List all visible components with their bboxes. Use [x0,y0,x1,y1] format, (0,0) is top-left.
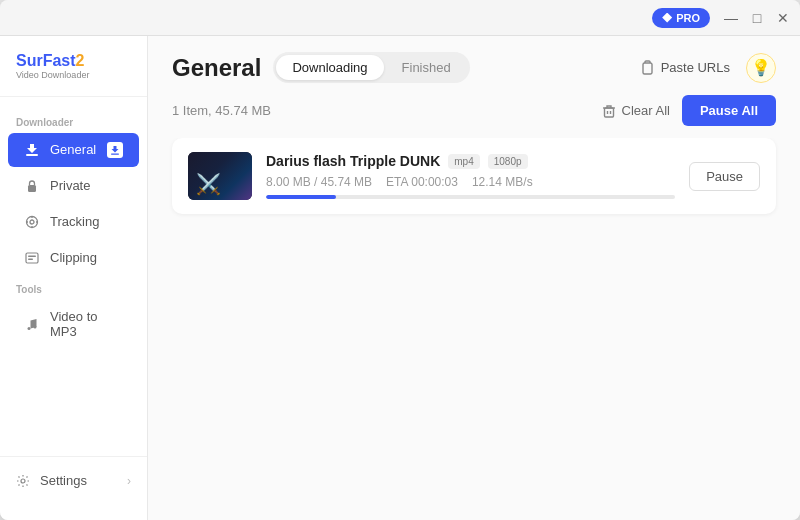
pro-label: PRO [676,12,700,24]
sidebar-item-tracking-label: Tracking [50,214,99,229]
sidebar-footer: Settings › [0,456,147,504]
clipping-icon [24,250,40,266]
downloader-section-label: Downloader [0,109,147,132]
sidebar-item-video-to-mp3[interactable]: Video to MP3 [8,300,139,348]
tab-group: Downloading Finished [273,52,469,83]
settings-item[interactable]: Settings › [8,465,139,496]
pause-all-button[interactable]: Pause All [682,95,776,126]
header-actions: Paste URLs 💡 [639,53,776,83]
speed: 12.14 MB/s [472,175,533,189]
maximize-button[interactable]: □ [748,9,766,27]
svg-point-3 [27,216,38,227]
tab-downloading[interactable]: Downloading [276,55,383,80]
download-count-badge [107,142,123,158]
title-bar: PRO — □ ✕ [0,0,800,36]
svg-point-4 [30,220,34,224]
svg-rect-2 [28,185,36,192]
download-list: ⚔️ Darius flash Tripple DUNK mp4 1080p 8… [148,138,800,520]
svg-rect-1 [111,153,119,154]
sidebar: SurFast2 Video Downloader Downloader Gen… [0,36,148,520]
download-icon [24,142,40,158]
svg-point-14 [21,479,25,483]
svg-rect-9 [26,253,38,263]
sidebar-item-general-label: General [50,142,96,157]
content-area: General Downloading Finished [148,36,800,520]
content-header: General Downloading Finished [148,36,800,95]
format-badge: mp4 [448,154,479,169]
chevron-right-icon: › [127,474,131,488]
sidebar-item-private-label: Private [50,178,90,193]
svg-rect-16 [604,108,613,117]
toolbar: 1 Item, 45.74 MB Clear All Pause All [148,95,800,138]
bulb-button[interactable]: 💡 [746,53,776,83]
download-info: Darius flash Tripple DUNK mp4 1080p 8.00… [266,153,675,199]
svg-point-12 [28,327,31,330]
close-button[interactable]: ✕ [774,9,792,27]
window-controls: — □ ✕ [722,9,792,27]
sidebar-item-private[interactable]: Private [8,169,139,203]
toolbar-right: Clear All Pause All [602,95,776,126]
logo-subtitle: Video Downloader [16,70,131,80]
tab-finished[interactable]: Finished [386,55,467,80]
svg-rect-15 [643,63,652,74]
svg-rect-0 [26,154,38,156]
sidebar-item-video-to-mp3-label: Video to MP3 [50,309,123,339]
page-title-group: General Downloading Finished [172,52,470,83]
music-icon [24,316,40,332]
download-title: Darius flash Tripple DUNK [266,153,440,169]
clipboard-icon [639,60,655,76]
clear-all-label: Clear All [622,103,670,118]
sidebar-item-tracking[interactable]: Tracking [8,205,139,239]
pro-badge[interactable]: PRO [652,8,710,28]
sidebar-item-general[interactable]: General [8,133,139,167]
pause-button[interactable]: Pause [689,162,760,191]
svg-rect-11 [28,258,33,260]
tools-section-label: Tools [0,276,147,299]
svg-point-13 [34,325,37,328]
download-title-row: Darius flash Tripple DUNK mp4 1080p [266,153,675,169]
paste-urls-button[interactable]: Paste URLs [639,60,730,76]
sidebar-item-clipping-label: Clipping [50,250,97,265]
settings-icon [16,474,30,488]
sidebar-item-clipping[interactable]: Clipping [8,241,139,275]
logo-text: SurFast2 [16,52,131,70]
video-thumbnail: ⚔️ [188,152,252,200]
download-stats: 8.00 MB / 45.74 MB ETA 00:00:03 12.14 MB… [266,175,675,189]
quality-badge: 1080p [488,154,528,169]
private-icon [24,178,40,194]
clear-all-button[interactable]: Clear All [602,103,670,118]
diamond-icon [662,13,672,23]
progress-bar [266,195,675,199]
paste-urls-label: Paste URLs [661,60,730,75]
eta: ETA 00:00:03 [386,175,458,189]
page-title: General [172,54,261,82]
item-count: 1 Item, 45.74 MB [172,103,271,118]
settings-label: Settings [40,473,87,488]
minimize-button[interactable]: — [722,9,740,27]
tracking-icon [24,214,40,230]
table-row: ⚔️ Darius flash Tripple DUNK mp4 1080p 8… [172,138,776,214]
progress-bar-fill [266,195,336,199]
svg-rect-10 [28,255,36,257]
app-logo: SurFast2 Video Downloader [0,52,147,97]
size-current: 8.00 MB / 45.74 MB [266,175,372,189]
